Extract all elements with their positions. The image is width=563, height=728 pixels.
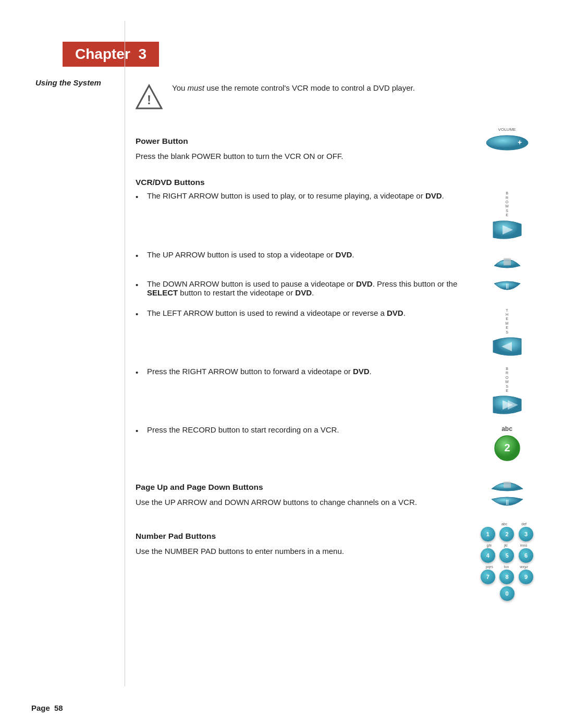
numpad-2[interactable]: 2 — [499, 527, 514, 541]
page-label: Page — [31, 704, 50, 712]
page-up-down-icon: || — [482, 471, 532, 515]
svg-rect-5 — [504, 258, 511, 265]
power-button-section: Power Button Press the blank POWER butto… — [136, 125, 532, 166]
numpad-8[interactable]: 8 — [499, 570, 514, 584]
svg-text:+: + — [517, 138, 521, 146]
main-content: ! You must use the remote control's VCR … — [136, 77, 532, 645]
number-pad-section: Number Pad Buttons Use the NUMBER PAD bu… — [136, 520, 532, 603]
page-up-down-text: Use the UP ARROW and DOWN ARROW buttons … — [136, 496, 477, 508]
bullet-up-arrow-stop: • The UP ARROW button is used to stop a … — [136, 250, 532, 270]
numpad-9[interactable]: 9 — [519, 570, 533, 584]
page-footer: Page 58 — [31, 704, 63, 712]
bullet-text-3: The DOWN ARROW button is used to pause a… — [147, 279, 477, 297]
svg-text:||: || — [506, 283, 509, 289]
numpad-4[interactable]: 4 — [481, 548, 495, 563]
warning-text: You must use the remote control's VCR mo… — [172, 82, 415, 94]
bullet-right-arrow-play: • The RIGHT ARROW button is used to play… — [136, 191, 532, 240]
numpad-5[interactable]: 5 — [499, 548, 514, 563]
bullet-text-1: The RIGHT ARROW button is used to play, … — [147, 191, 477, 200]
power-button-text: Press the blank POWER button to turn the… — [136, 150, 477, 162]
number-pad-text: Use the NUMBER PAD buttons to enter numb… — [136, 545, 477, 557]
bullet-record: • Press the RECORD button to start recor… — [136, 425, 532, 462]
svg-text:||: || — [506, 499, 509, 505]
numpad-1[interactable]: 1 — [481, 527, 495, 541]
record-icon: abc 2 — [482, 425, 532, 462]
bullet-down-arrow-pause: • The DOWN ARROW button is used to pause… — [136, 279, 532, 299]
right-arrow-play-icon: BROWSE — [482, 191, 532, 240]
numpad-7[interactable]: 7 — [481, 570, 495, 584]
bullet-text-6: Press the RECORD button to start recordi… — [147, 425, 477, 434]
number-pad-icon: abcdef 1 2 3 ghijklmno — [482, 520, 532, 603]
svg-rect-12 — [504, 482, 511, 488]
sidebar-section-title: Using the System — [35, 78, 125, 87]
power-button-icon: VOLUME + — [482, 125, 532, 152]
numpad-0[interactable]: 0 — [500, 586, 515, 601]
warning-icon: ! — [136, 83, 163, 110]
vcr-dvd-heading: VCR/DVD Buttons — [136, 178, 532, 187]
numpad-6[interactable]: 6 — [519, 548, 533, 563]
right-arrow-forward-icon: BROWSE — [482, 367, 532, 416]
page-number: 58 — [54, 704, 63, 712]
sidebar: Using the System — [31, 21, 125, 686]
svg-text:!: ! — [147, 93, 151, 107]
bullet-text-5: Press the RIGHT ARROW button to forward … — [147, 367, 477, 376]
warning-box: ! You must use the remote control's VCR … — [136, 82, 532, 110]
page-up-down-heading: Page Up and Page Down Buttons — [136, 483, 477, 492]
numpad-3[interactable]: 3 — [519, 527, 533, 541]
up-arrow-stop-icon — [482, 250, 532, 270]
number-pad-heading: Number Pad Buttons — [136, 532, 477, 541]
bullet-text-2: The UP ARROW button is used to stop a vi… — [147, 250, 477, 259]
down-arrow-pause-icon: || — [482, 279, 532, 299]
bullet-left-arrow-rewind: • The LEFT ARROW button is used to rewin… — [136, 309, 532, 357]
vcr-dvd-section: VCR/DVD Buttons • The RIGHT ARROW button… — [136, 178, 532, 462]
bullet-right-arrow-forward: • Press the RIGHT ARROW button to forwar… — [136, 367, 532, 416]
svg-text:2: 2 — [504, 442, 510, 453]
bullet-text-4: The LEFT ARROW button is used to rewind … — [147, 309, 477, 317]
page-up-down-section: Page Up and Page Down Buttons Use the UP… — [136, 471, 532, 515]
left-arrow-rewind-icon: THEMES — [482, 309, 532, 357]
power-button-heading: Power Button — [136, 137, 477, 146]
